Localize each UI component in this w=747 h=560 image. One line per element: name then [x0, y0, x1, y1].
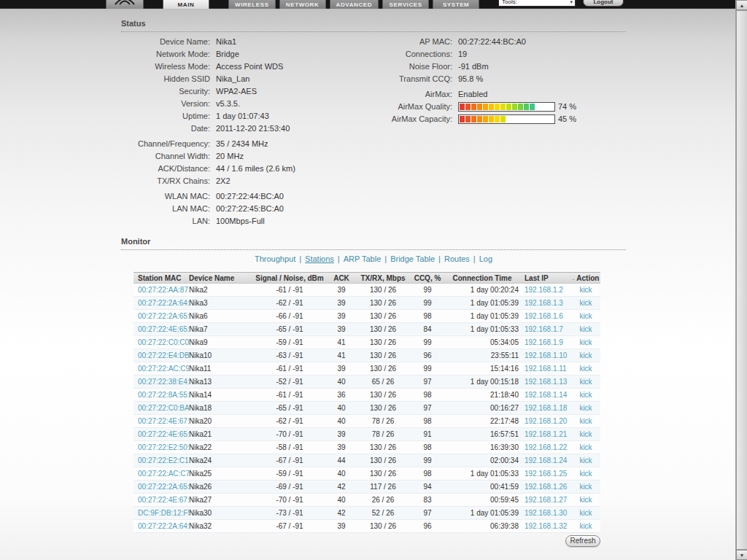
station-mac-link[interactable]: 00:27:22:8A:55:3E	[138, 391, 189, 399]
tools-select[interactable]: Tools: ▾	[498, 0, 576, 7]
kick-link[interactable]: kick	[579, 522, 592, 530]
station-mac-link[interactable]: 00:27:22:4E:67:04	[138, 417, 189, 425]
tab-services[interactable]: SERVICES	[382, 0, 429, 9]
kick-link[interactable]: kick	[579, 496, 592, 504]
kick-link[interactable]: kick	[579, 443, 592, 451]
station-mac-link[interactable]: 00:27:22:E2:50:AD	[138, 443, 189, 451]
logout-button[interactable]: Logout	[583, 0, 624, 7]
station-mac-link[interactable]: 00:27:22:E2:C1:7A	[138, 456, 189, 464]
kick-link[interactable]: kick	[579, 404, 592, 412]
kick-link[interactable]: kick	[579, 391, 592, 399]
scrollbar-down-arrow-icon[interactable]: ▼	[736, 550, 747, 560]
last-ip-link[interactable]: 192.168.1.32	[525, 522, 567, 530]
tab-wireless[interactable]: WIRELESS	[228, 0, 276, 9]
kick-link[interactable]: kick	[579, 378, 592, 386]
kick-link[interactable]: kick	[579, 312, 592, 320]
link-separator: |	[438, 254, 441, 263]
table-cell: 192.168.1.11	[519, 365, 571, 373]
column-header-station-mac: Station MAC	[133, 274, 189, 282]
station-mac-link[interactable]: 00:27:22:4E:65:74	[138, 430, 189, 438]
last-ip-link[interactable]: 192.168.1.6	[525, 312, 563, 320]
field-value: 00:27:22:44:BC:A0	[216, 190, 284, 203]
last-ip-link[interactable]: 192.168.1.11	[525, 365, 567, 373]
tab-main[interactable]: MAIN	[163, 0, 209, 9]
field-label: ACK/Distance:	[121, 163, 210, 175]
last-ip-link[interactable]: 192.168.1.9	[525, 338, 563, 346]
last-ip-link[interactable]: 192.168.1.25	[525, 470, 567, 478]
last-ip-link[interactable]: 192.168.1.22	[525, 443, 567, 451]
table-cell: 192.168.1.20	[519, 417, 571, 425]
monitor-links: Throughput|Stations|ARP Table|Bridge Tab…	[121, 253, 626, 265]
tab-network[interactable]: NETWORK	[279, 0, 326, 9]
kick-link[interactable]: kick	[579, 430, 592, 438]
station-mac-link[interactable]: DC:9F:DB:12:F5:7C	[138, 509, 189, 517]
vertical-scrollbar[interactable]: ▲ ▼	[735, 0, 747, 560]
tab-advanced[interactable]: ADVANCED	[330, 0, 379, 9]
kick-link[interactable]: kick	[579, 509, 592, 517]
monitor-link-arp-table[interactable]: ARP Table	[344, 254, 382, 263]
station-mac-link[interactable]: 00:27:22:E4:DB:C1	[138, 351, 189, 359]
last-ip-link[interactable]: 192.168.1.21	[525, 430, 567, 438]
last-ip-link[interactable]: 192.168.1.10	[525, 351, 567, 359]
station-mac-link[interactable]: 00:27:22:2A:64:E6	[138, 522, 189, 530]
kick-link[interactable]: kick	[579, 417, 592, 425]
kick-link[interactable]: kick	[579, 286, 592, 294]
kick-link[interactable]: kick	[579, 483, 592, 491]
station-mac-link[interactable]: 00:27:22:C0:C0:E1	[138, 338, 189, 346]
last-ip-link[interactable]: 192.168.1.26	[525, 483, 567, 491]
station-mac-link[interactable]: 00:27:22:4E:65:EA	[138, 325, 189, 333]
monitor-link-log[interactable]: Log	[479, 254, 492, 263]
table-cell-value: Nika26	[189, 483, 253, 491]
scrollbar-thumb[interactable]	[736, 10, 747, 550]
kick-link[interactable]: kick	[579, 365, 592, 373]
last-ip-link[interactable]: 192.168.1.27	[525, 496, 567, 504]
status-row: AirMax Capacity:45 %	[340, 113, 626, 125]
station-mac-link[interactable]: 00:27:22:AA:87:27	[138, 286, 189, 294]
last-ip-link[interactable]: 192.168.1.20	[525, 417, 567, 425]
refresh-button[interactable]: Refresh	[565, 535, 600, 547]
bar-percent-label: 45 %	[558, 113, 576, 125]
kick-link[interactable]: kick	[579, 299, 592, 307]
scrollbar-up-arrow-icon[interactable]: ▲	[736, 0, 747, 10]
last-ip-link[interactable]: 192.168.1.24	[525, 456, 567, 464]
table-cell: kick	[571, 338, 600, 346]
station-mac-link[interactable]: 00:27:22:AC:C9:34	[138, 365, 189, 373]
last-ip-link[interactable]: 192.168.1.30	[525, 509, 567, 517]
station-mac-link[interactable]: 00:27:22:2A:65:EE	[138, 312, 189, 320]
station-mac-link[interactable]: 00:27:22:4E:67:0E	[138, 496, 189, 504]
logo-tab[interactable]	[106, 0, 144, 9]
last-ip-link[interactable]: 192.168.1.2	[525, 286, 563, 294]
monitor-link-routes[interactable]: Routes	[444, 254, 470, 263]
table-cell-value: 16:39:30	[446, 443, 519, 451]
table-cell: kick	[571, 522, 600, 530]
last-ip-link[interactable]: 192.168.1.3	[525, 299, 563, 307]
kick-link[interactable]: kick	[579, 325, 592, 333]
column-header-label: Signal / Noise, dBm	[255, 274, 323, 282]
monitor-link-bridge-table[interactable]: Bridge Table	[390, 254, 435, 263]
last-ip-link[interactable]: 192.168.1.14	[525, 391, 567, 399]
last-ip-link[interactable]: 192.168.1.13	[525, 378, 567, 386]
kick-link[interactable]: kick	[579, 338, 592, 346]
kick-link[interactable]: kick	[579, 456, 592, 464]
tab-system[interactable]: SYSTEM	[433, 0, 479, 9]
kick-link[interactable]: kick	[579, 470, 592, 478]
station-mac-link[interactable]: 00:27:22:38:E4:5A	[138, 378, 189, 386]
table-cell: kick	[571, 365, 600, 373]
table-cell: 00:27:22:C0:C0:E1	[133, 338, 189, 346]
last-ip-link[interactable]: 192.168.1.18	[525, 404, 567, 412]
station-mac-link[interactable]: 00:27:22:2A:65:21	[138, 483, 189, 491]
station-mac-link[interactable]: 00:27:22:C0:BA:31	[138, 404, 189, 412]
monitor-link-stations[interactable]: Stations	[305, 254, 334, 263]
monitor-link-throughput[interactable]: Throughput	[255, 254, 295, 263]
table-cell-value: 22:17:48	[446, 417, 519, 425]
table-cell: 192.168.1.6	[519, 312, 571, 320]
last-ip-link[interactable]: 192.168.1.7	[525, 325, 563, 333]
table-cell-value: 39	[326, 443, 357, 451]
table-cell-value: -65 / -91	[253, 404, 326, 412]
station-mac-link[interactable]: 00:27:22:2A:64:C4	[138, 299, 189, 307]
table-cell: DC:9F:DB:12:F5:7C	[133, 509, 189, 517]
station-mac-link[interactable]: 00:27:22:AC:C7:AE	[138, 470, 189, 478]
kick-link[interactable]: kick	[579, 351, 592, 359]
table-cell-value: 1 day 01:05:39	[446, 299, 519, 307]
link-separator: |	[299, 254, 301, 263]
